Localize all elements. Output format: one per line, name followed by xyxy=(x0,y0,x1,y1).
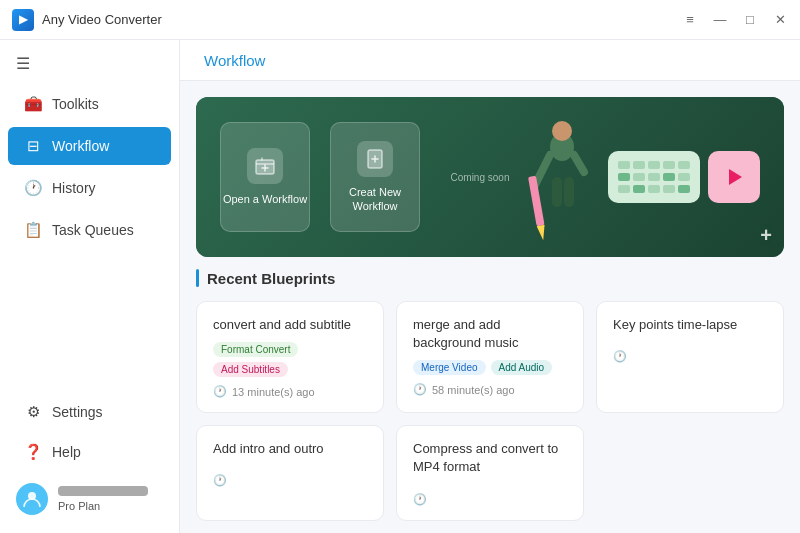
svg-point-4 xyxy=(552,121,572,141)
tag-add-subtitles: Add Subtitles xyxy=(213,362,288,377)
blueprints-grid: convert and add subtitle Format Convert … xyxy=(196,301,784,521)
section-title-bar xyxy=(196,269,199,287)
blueprints-section: Recent Blueprints convert and add subtit… xyxy=(180,269,800,533)
blueprint-card-2[interactable]: Key points time-lapse 🕐 xyxy=(596,301,784,413)
blueprint-time-1: 🕐 58 minute(s) ago xyxy=(413,383,567,396)
hero-banner: Open a Workflow Creat New Workflow Comin… xyxy=(196,97,784,257)
sidebar-item-toolkits[interactable]: 🧰 Toolkits xyxy=(8,85,171,123)
title-bar-controls: ≡ — □ ✕ xyxy=(682,12,788,28)
coming-soon-area: Coming soon xyxy=(440,172,520,183)
title-bar-left: ▶ Any Video Converter xyxy=(12,9,162,31)
toolkits-icon: 🧰 xyxy=(24,95,42,113)
svg-marker-8 xyxy=(537,225,547,241)
blueprint-card-0[interactable]: convert and add subtitle Format Convert … xyxy=(196,301,384,413)
section-title: Recent Blueprints xyxy=(196,269,784,287)
sidebar: ☰ 🧰 Toolkits ⊟ Workflow 🕐 History 📋 Task… xyxy=(0,40,180,533)
open-workflow-icon xyxy=(247,148,283,184)
sidebar-toggle[interactable]: ☰ xyxy=(0,48,179,83)
maximize-button[interactable]: □ xyxy=(742,12,758,28)
blueprint-time-2: 🕐 xyxy=(613,350,767,363)
tag-merge-video: Merge Video xyxy=(413,360,486,375)
workflow-icon: ⊟ xyxy=(24,137,42,155)
user-plan: Pro Plan xyxy=(58,500,148,512)
blueprint-title-4: Compress and convert to MP4 format xyxy=(413,440,567,476)
history-icon: 🕐 xyxy=(24,179,42,197)
svg-rect-5 xyxy=(552,177,562,207)
blueprint-time-4: 🕐 xyxy=(413,493,567,506)
create-workflow-icon xyxy=(357,141,393,177)
create-workflow-label: Creat New Workflow xyxy=(331,185,419,214)
clock-icon-1: 🕐 xyxy=(413,383,427,396)
sidebar-item-settings[interactable]: ⚙ Settings xyxy=(8,393,171,431)
clock-icon-0: 🕐 xyxy=(213,385,227,398)
app-icon: ▶ xyxy=(12,9,34,31)
sidebar-label-workflow: Workflow xyxy=(52,138,109,154)
sidebar-user: Pro Plan xyxy=(0,473,179,525)
sidebar-item-workflow[interactable]: ⊟ Workflow xyxy=(8,127,171,165)
content-area: Workflow Open a Workflow xyxy=(180,40,800,533)
clock-icon-2: 🕐 xyxy=(613,350,627,363)
svg-rect-6 xyxy=(564,177,574,207)
time-text-1: 58 minute(s) ago xyxy=(432,384,515,396)
tag-add-audio: Add Audio xyxy=(491,360,553,375)
sidebar-label-settings: Settings xyxy=(52,404,103,420)
sidebar-label-task-queues: Task Queues xyxy=(52,222,134,238)
settings-icon: ⚙ xyxy=(24,403,42,421)
clock-icon-4: 🕐 xyxy=(413,493,427,506)
title-bar: ▶ Any Video Converter ≡ — □ ✕ xyxy=(0,0,800,40)
blueprint-tags-1: Merge Video Add Audio xyxy=(413,360,567,375)
blueprint-title-0: convert and add subtitle xyxy=(213,316,367,334)
menu-button[interactable]: ≡ xyxy=(682,12,698,28)
sidebar-item-history[interactable]: 🕐 History xyxy=(8,169,171,207)
minimize-button[interactable]: — xyxy=(712,12,728,28)
blueprint-tags-0: Format Convert Add Subtitles xyxy=(213,342,367,377)
play-card xyxy=(708,151,760,203)
open-workflow-card[interactable]: Open a Workflow xyxy=(220,122,310,232)
task-queues-icon: 📋 xyxy=(24,221,42,239)
open-workflow-label: Open a Workflow xyxy=(223,192,307,206)
tag-format-convert: Format Convert xyxy=(213,342,298,357)
user-name xyxy=(58,486,148,496)
content-header: Workflow xyxy=(180,40,800,81)
grid-card xyxy=(608,151,700,203)
dashboard-illustration xyxy=(608,151,760,203)
person-illustration xyxy=(524,117,604,257)
blueprint-card-3[interactable]: Add intro and outro 🕐 xyxy=(196,425,384,520)
blueprint-time-3: 🕐 xyxy=(213,474,367,487)
close-button[interactable]: ✕ xyxy=(772,12,788,28)
blueprint-title-3: Add intro and outro xyxy=(213,440,367,458)
hero-plus-icon: + xyxy=(760,224,772,247)
create-workflow-card[interactable]: Creat New Workflow xyxy=(330,122,420,232)
clock-icon-3: 🕐 xyxy=(213,474,227,487)
blueprint-time-0: 🕐 13 minute(s) ago xyxy=(213,385,367,398)
sidebar-bottom: ⚙ Settings ❓ Help Pro Plan xyxy=(0,391,179,533)
svg-marker-9 xyxy=(729,169,742,185)
blueprint-title-1: merge and add background music xyxy=(413,316,567,352)
blueprint-title-2: Key points time-lapse xyxy=(613,316,767,334)
sidebar-label-help: Help xyxy=(52,444,81,460)
main-layout: ☰ 🧰 Toolkits ⊟ Workflow 🕐 History 📋 Task… xyxy=(0,40,800,533)
help-icon: ❓ xyxy=(24,443,42,461)
sidebar-item-task-queues[interactable]: 📋 Task Queues xyxy=(8,211,171,249)
svg-rect-7 xyxy=(528,176,545,227)
time-text-0: 13 minute(s) ago xyxy=(232,386,315,398)
app-title: Any Video Converter xyxy=(42,12,162,27)
user-info: Pro Plan xyxy=(58,486,148,512)
blueprint-card-4[interactable]: Compress and convert to MP4 format 🕐 xyxy=(396,425,584,520)
avatar xyxy=(16,483,48,515)
section-title-text: Recent Blueprints xyxy=(207,270,335,287)
sidebar-label-toolkits: Toolkits xyxy=(52,96,99,112)
coming-soon-label: Coming soon xyxy=(451,172,510,183)
page-title: Workflow xyxy=(204,52,265,69)
sidebar-label-history: History xyxy=(52,180,96,196)
blueprint-card-1[interactable]: merge and add background music Merge Vid… xyxy=(396,301,584,413)
sidebar-item-help[interactable]: ❓ Help xyxy=(8,433,171,471)
